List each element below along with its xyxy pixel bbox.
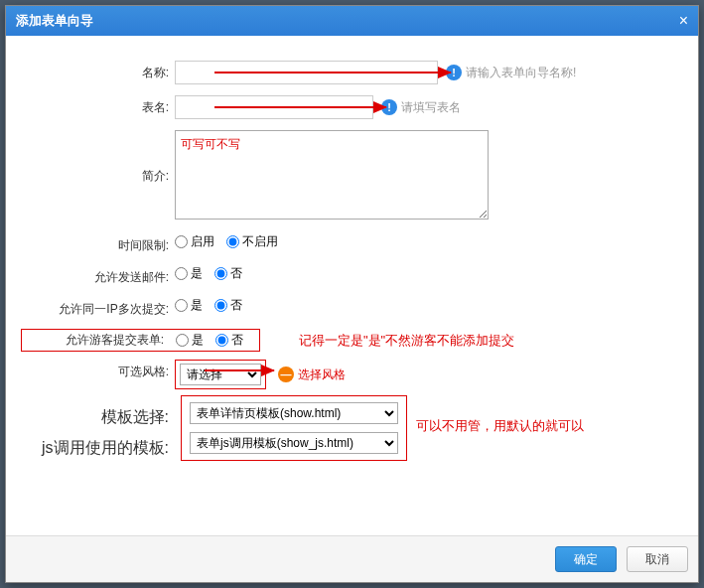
annotation-guest: 记得一定是"是"不然游客不能添加提交 bbox=[299, 332, 514, 350]
label-allowguest: 允许游客提交表单: bbox=[22, 332, 170, 349]
textarea-intro[interactable]: 可写可不写 bbox=[175, 130, 489, 220]
error-style: 选择风格 bbox=[298, 367, 346, 383]
radio-enable[interactable]: 启用 bbox=[175, 233, 214, 250]
cancel-button[interactable]: 取消 bbox=[627, 546, 688, 572]
row-allowguest: 允许游客提交表单: 是 否 记得一定是"是"不然游客不能添加提交 bbox=[21, 329, 683, 352]
row-timelimit: 时间限制: 启用 不启用 bbox=[21, 233, 683, 254]
close-icon[interactable]: × bbox=[679, 12, 688, 30]
label-allowip: 允许同一IP多次提交: bbox=[21, 297, 175, 318]
select-template[interactable]: 表单详情页模板(show.html) bbox=[190, 402, 398, 424]
radio-yes[interactable]: 是 bbox=[176, 332, 204, 349]
row-style: 可选风格: 请选择 — 选择风格 bbox=[21, 360, 683, 389]
row-name: 名称: ! 请输入表单向导名称! bbox=[21, 61, 683, 84]
row-allowip: 允许同一IP多次提交: 是 否 bbox=[21, 297, 683, 318]
row-intro: 简介: 可写可不写 bbox=[21, 130, 683, 220]
label-jstpl: js调用使用的模板: bbox=[21, 434, 175, 459]
annotation-arrow bbox=[205, 369, 274, 371]
label-timelimit: 时间限制: bbox=[21, 233, 175, 254]
label-allowemail: 允许发送邮件: bbox=[21, 265, 175, 286]
label-style: 可选风格: bbox=[21, 360, 175, 380]
dialog-body: 名称: ! 请输入表单向导名称! 表名: ! 请填写表名 简介: 可写可不写 bbox=[6, 36, 698, 471]
radio-no[interactable]: 否 bbox=[215, 332, 243, 349]
confirm-button[interactable]: 确定 bbox=[555, 546, 617, 572]
dialog-header: 添加表单向导 × bbox=[6, 6, 698, 36]
radio-yes[interactable]: 是 bbox=[175, 297, 203, 314]
label-tpl: 模板选择: bbox=[21, 403, 175, 428]
hint-table: 请填写表名 bbox=[401, 99, 461, 116]
label-table: 表名: bbox=[21, 95, 175, 116]
radio-no[interactable]: 否 bbox=[214, 297, 242, 314]
select-js-template[interactable]: 表单js调用模板(show_js.html) bbox=[190, 432, 398, 454]
hint-name: 请输入表单向导名称! bbox=[466, 65, 576, 81]
annotation-template: 可以不用管，用默认的就可以 bbox=[416, 417, 584, 435]
annotation-arrow bbox=[214, 106, 386, 108]
row-allowemail: 允许发送邮件: 是 否 bbox=[21, 265, 683, 286]
row-jstpl: 表单js调用模板(show_js.html) bbox=[190, 432, 398, 454]
select-style[interactable]: 请选择 bbox=[180, 364, 261, 385]
radio-no[interactable]: 否 bbox=[214, 265, 242, 282]
error-icon: — bbox=[278, 367, 294, 382]
label-name: 名称: bbox=[21, 61, 175, 81]
annotation-arrow bbox=[214, 72, 451, 74]
dialog-title: 添加表单向导 bbox=[16, 12, 93, 30]
label-intro: 简介: bbox=[21, 130, 175, 185]
radio-disable[interactable]: 不启用 bbox=[226, 233, 278, 250]
dialog-window: 添加表单向导 × 名称: ! 请输入表单向导名称! 表名: ! 请填写表名 bbox=[5, 5, 699, 583]
dialog-footer: 确定 取消 bbox=[6, 535, 698, 582]
radio-yes[interactable]: 是 bbox=[175, 265, 203, 282]
row-table: 表名: ! 请填写表名 bbox=[21, 95, 683, 119]
row-tpl: 表单详情页模板(show.html) bbox=[190, 402, 398, 424]
